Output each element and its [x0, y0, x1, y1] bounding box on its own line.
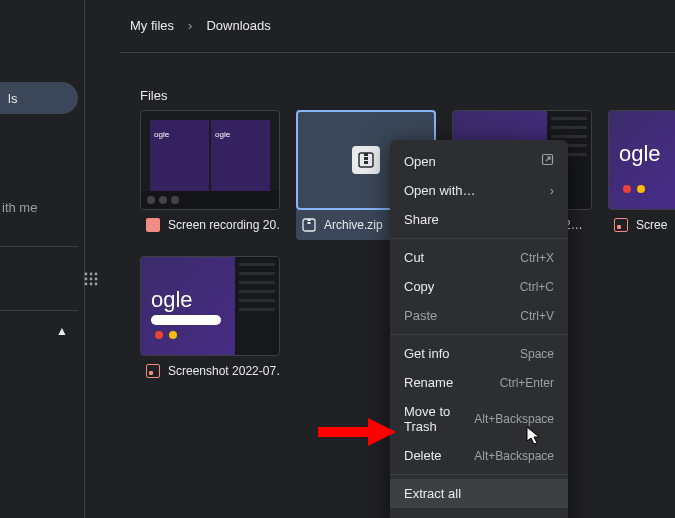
file-label: Screen recording 20… — [140, 210, 280, 240]
menu-item-share[interactable]: Share — [390, 205, 568, 234]
file-name: Scree — [636, 218, 667, 232]
sidebar: ls ith me ▲ — [0, 0, 85, 518]
svg-point-7 — [90, 283, 93, 286]
svg-point-8 — [95, 283, 98, 286]
menu-separator — [390, 474, 568, 475]
section-label: Files — [140, 88, 167, 103]
menu-item-extract-all[interactable]: Extract all — [390, 479, 568, 508]
open-new-icon — [541, 153, 554, 169]
menu-shortcut: Ctrl+V — [520, 309, 554, 323]
menu-separator — [390, 334, 568, 335]
menu-item-pin-to-shelf[interactable]: Pin to shelf — [390, 508, 568, 518]
zip-glyph-icon — [352, 146, 380, 174]
svg-point-6 — [85, 283, 88, 286]
breadcrumb-current[interactable]: Downloads — [206, 18, 270, 33]
divider — [0, 310, 78, 311]
file-name: Screen recording 20… — [168, 218, 280, 232]
menu-label: Open — [404, 154, 436, 169]
chevron-right-icon: › — [188, 18, 192, 33]
svg-point-4 — [90, 278, 93, 281]
divider — [0, 246, 78, 247]
file-name: Screenshot 2022-07… — [168, 364, 280, 378]
menu-item-rename[interactable]: Rename Ctrl+Enter — [390, 368, 568, 397]
svg-point-2 — [95, 273, 98, 276]
svg-rect-15 — [308, 222, 311, 224]
menu-label: Paste — [404, 308, 437, 323]
menu-separator — [390, 238, 568, 239]
file-thumbnail: ogle — [608, 110, 675, 210]
nav-item-shared[interactable]: ith me — [0, 200, 37, 215]
svg-point-3 — [85, 278, 88, 281]
menu-label: Copy — [404, 279, 434, 294]
menu-item-move-to-trash[interactable]: Move to Trash Alt+Backspace — [390, 397, 568, 441]
svg-rect-10 — [364, 153, 368, 156]
menu-item-cut[interactable]: Cut Ctrl+X — [390, 243, 568, 272]
nav-active-label: ls — [8, 91, 17, 106]
menu-item-get-info[interactable]: Get info Space — [390, 339, 568, 368]
menu-item-open-with[interactable]: Open with… › — [390, 176, 568, 205]
menu-shortcut: Alt+Backspace — [474, 412, 554, 426]
video-icon — [146, 218, 160, 232]
file-item[interactable]: ogle Screenshot 2022-07… — [140, 256, 280, 386]
annotation-arrow-icon — [316, 412, 396, 452]
svg-point-0 — [85, 273, 88, 276]
menu-label: Rename — [404, 375, 453, 390]
file-item[interactable]: ogle ogle Screen recording 20… — [140, 110, 280, 240]
file-thumbnail: ogle — [140, 256, 280, 356]
nav-shared-label: ith me — [2, 200, 37, 215]
menu-item-copy[interactable]: Copy Ctrl+C — [390, 272, 568, 301]
svg-rect-11 — [364, 157, 368, 160]
file-thumbnail: ogle ogle — [140, 110, 280, 210]
breadcrumb: My files › Downloads — [100, 0, 301, 51]
menu-label: Extract all — [404, 486, 461, 501]
menu-label: Cut — [404, 250, 424, 265]
menu-item-delete[interactable]: Delete Alt+Backspace — [390, 441, 568, 470]
menu-item-paste: Paste Ctrl+V — [390, 301, 568, 330]
context-menu: Open Open with… › Share Cut Ctrl+X Copy … — [390, 140, 568, 518]
menu-label: Move to Trash — [404, 404, 474, 434]
svg-rect-14 — [308, 219, 311, 221]
chevron-right-icon: › — [550, 183, 554, 198]
menu-shortcut: Ctrl+X — [520, 251, 554, 265]
menu-label: Open with… — [404, 183, 476, 198]
apps-grid-icon[interactable] — [84, 272, 98, 289]
file-item[interactable]: ogle Scree — [608, 110, 675, 240]
svg-point-1 — [90, 273, 93, 276]
menu-label: Share — [404, 212, 439, 227]
menu-shortcut: Space — [520, 347, 554, 361]
image-icon — [614, 218, 628, 232]
file-label: Scree — [608, 210, 675, 240]
menu-label: Get info — [404, 346, 450, 361]
menu-shortcut: Alt+Backspace — [474, 449, 554, 463]
nav-active-item[interactable]: ls — [0, 82, 78, 114]
svg-point-5 — [95, 278, 98, 281]
menu-shortcut: Ctrl+Enter — [500, 376, 554, 390]
zip-icon — [302, 218, 316, 232]
breadcrumb-root[interactable]: My files — [130, 18, 174, 33]
menu-shortcut: Ctrl+C — [520, 280, 554, 294]
divider — [120, 52, 675, 53]
image-icon — [146, 364, 160, 378]
menu-item-open[interactable]: Open — [390, 146, 568, 176]
eject-icon[interactable]: ▲ — [56, 324, 68, 338]
svg-rect-12 — [364, 161, 368, 164]
menu-label: Delete — [404, 448, 442, 463]
file-name: Archive.zip — [324, 218, 383, 232]
file-label: Screenshot 2022-07… — [140, 356, 280, 386]
